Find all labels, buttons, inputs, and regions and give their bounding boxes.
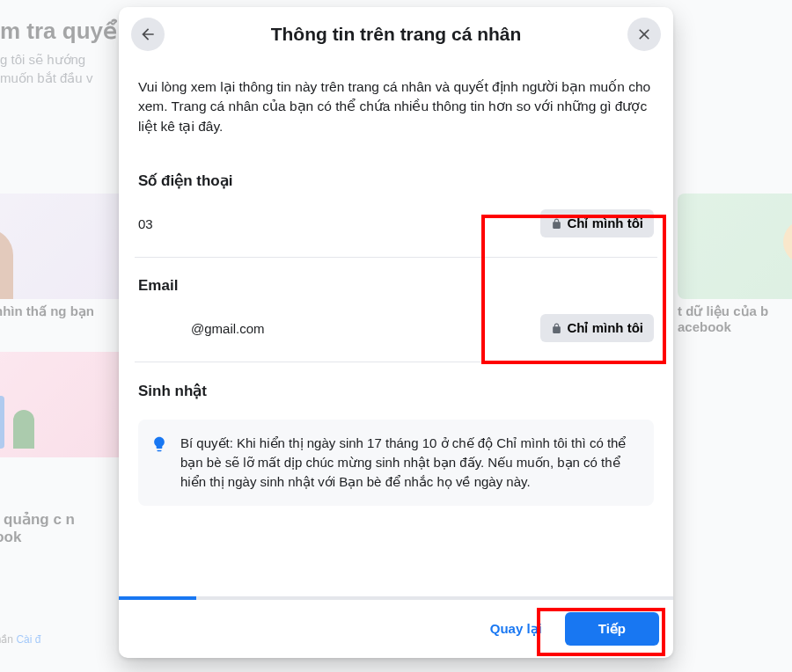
phone-row: 03 Chỉ mình tôi	[138, 209, 654, 237]
progress-fill	[119, 596, 196, 600]
arrow-left-icon	[139, 26, 157, 43]
modal-body[interactable]: Vui lòng xem lại thông tin này trên tran…	[119, 62, 673, 596]
modal-header: Thông tin trên trang cá nhân	[119, 7, 673, 62]
modal-intro-text: Vui lòng xem lại thông tin này trên tran…	[138, 77, 654, 136]
phone-privacy-label: Chỉ mình tôi	[568, 215, 644, 231]
section-birthday: Sinh nhật Bí quyết: Khi hiển thị ngày si…	[135, 373, 657, 537]
lock-icon	[551, 218, 562, 230]
modal-footer: Quay lại Tiếp	[119, 600, 673, 658]
lock-icon	[551, 323, 562, 334]
next-button[interactable]: Tiếp	[565, 612, 659, 646]
email-privacy-label: Chỉ mình tôi	[568, 320, 644, 336]
phone-value: 03	[138, 216, 153, 231]
section-email: Email @gmail.com Chỉ mình tôi	[135, 268, 657, 362]
email-section-title: Email	[138, 277, 654, 295]
close-button[interactable]	[627, 18, 661, 51]
birthday-tip-text: Bí quyết: Khi hiển thị ngày sinh 17 thán…	[180, 434, 642, 491]
email-value: @gmail.com	[138, 321, 265, 336]
progress-bar	[119, 596, 673, 600]
section-phone: Số điện thoại 03 Chỉ mình tôi	[135, 163, 657, 258]
phone-privacy-button[interactable]: Chỉ mình tôi	[540, 209, 655, 237]
email-privacy-button[interactable]: Chỉ mình tôi	[540, 314, 655, 342]
close-icon	[635, 26, 653, 43]
email-row: @gmail.com Chỉ mình tôi	[138, 314, 654, 342]
back-link-button[interactable]: Quay lại	[476, 612, 556, 646]
modal-overlay: Thông tin trên trang cá nhân Vui lòng xe…	[0, 0, 792, 672]
back-button[interactable]	[131, 18, 165, 51]
profile-info-modal: Thông tin trên trang cá nhân Vui lòng xe…	[119, 7, 673, 658]
birthday-section-title: Sinh nhật	[138, 382, 654, 400]
modal-title: Thông tin trên trang cá nhân	[271, 24, 522, 45]
lightbulb-icon	[150, 435, 168, 453]
phone-section-title: Số điện thoại	[138, 172, 654, 190]
birthday-tip-box: Bí quyết: Khi hiển thị ngày sinh 17 thán…	[138, 420, 654, 505]
